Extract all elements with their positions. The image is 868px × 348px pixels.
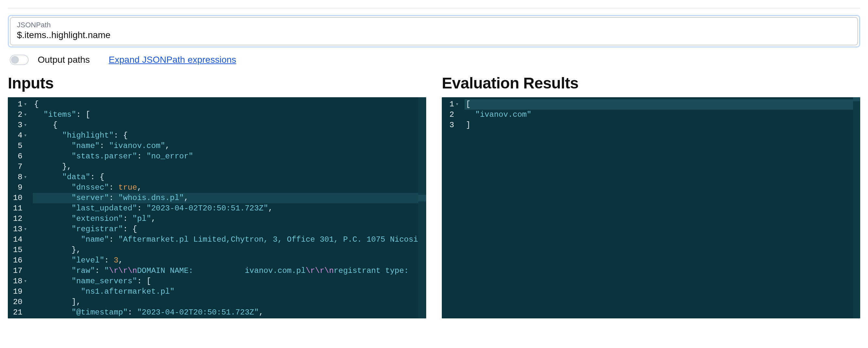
jsonpath-query-inner[interactable]: JSONPath xyxy=(10,17,858,45)
output-paths-toggle[interactable] xyxy=(10,55,29,65)
inputs-panel: Inputs 1▾2▾3▾4▾5678▾910111213▾1415161718… xyxy=(8,74,426,318)
inputs-gutter: 1▾2▾3▾4▾5678▾910111213▾1415161718▾192021… xyxy=(8,97,30,318)
inputs-editor[interactable]: 1▾2▾3▾4▾5678▾910111213▾1415161718▾192021… xyxy=(8,97,426,318)
controls-row: Output paths Expand JSONPath expressions xyxy=(8,55,860,65)
jsonpath-query-container: JSONPath xyxy=(8,15,860,48)
results-gutter: 1▾23 xyxy=(442,97,462,318)
inputs-scrollbar[interactable] xyxy=(418,97,426,318)
results-heading: Evaluation Results xyxy=(442,74,860,92)
jsonpath-input[interactable] xyxy=(17,29,851,40)
top-divider xyxy=(8,8,860,8)
results-scrollbar[interactable] xyxy=(853,97,860,318)
expand-jsonpath-link[interactable]: Expand JSONPath expressions xyxy=(108,55,236,65)
output-paths-label: Output paths xyxy=(38,55,90,65)
jsonpath-label: JSONPath xyxy=(17,21,851,29)
inputs-code[interactable]: { "items": [ { "highlight": { "name": "i… xyxy=(30,97,426,318)
results-panel: Evaluation Results 1▾23 [ "ivanov.com"] xyxy=(442,74,860,318)
results-editor[interactable]: 1▾23 [ "ivanov.com"] xyxy=(442,97,860,318)
inputs-heading: Inputs xyxy=(8,74,426,92)
results-code[interactable]: [ "ivanov.com"] xyxy=(462,97,860,318)
toggle-knob xyxy=(11,56,19,64)
panels: Inputs 1▾2▾3▾4▾5678▾910111213▾1415161718… xyxy=(8,74,860,318)
